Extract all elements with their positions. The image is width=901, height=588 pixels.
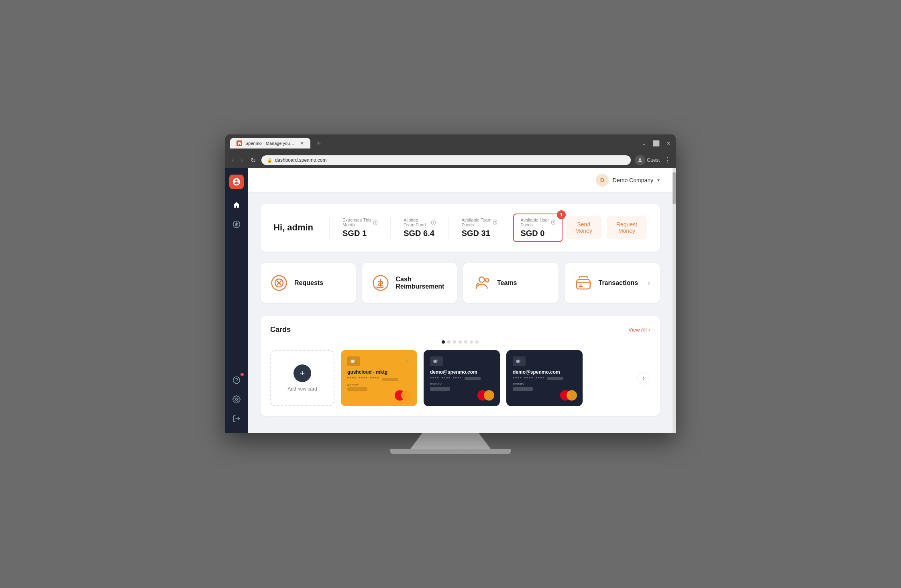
stats-bar: Hi, admin Expenses This Month ? SGD 1 Al… [261,204,660,252]
tile-cash-reimbursement-label: Cash Reimbursement [396,276,448,290]
request-money-button[interactable]: Request Money [607,216,647,239]
app-wrapper: D Demo Company ▾ Hi, admin Expenses This… [225,168,676,433]
mastercard-logo-orange [395,390,412,401]
card-number-stars-dark-1: **** **** **** [430,376,462,381]
card-demo-2[interactable]: demo@spenmo.com **** **** **** EXPIRY [506,350,583,406]
tile-requests[interactable]: Requests [261,263,356,303]
cards-header: Cards View All › [270,326,650,334]
carousel-dot-2[interactable] [447,340,450,344]
spenmo-logo[interactable] [229,175,244,189]
new-tab-button[interactable]: + [314,138,324,149]
expenses-value: SGD 1 [342,229,377,238]
tab-title: Spenmo - Manage your compan... [245,141,295,146]
minimize-button[interactable]: ⌄ [642,140,646,146]
tile-cash-reimbursement[interactable]: Cash Reimbursement [362,263,457,303]
allotted-info-icon[interactable]: ? [431,220,435,225]
restore-button[interactable]: ⬜ [653,140,660,146]
card-number-stars-dark-2: **** **** **** [513,376,545,381]
scrollbar-thumb[interactable] [673,172,676,204]
card-last-digits-dark-1 [465,377,481,380]
add-card-button[interactable]: + Add new card [270,350,334,406]
back-button[interactable]: ‹ [230,155,235,165]
available-user-info-icon[interactable]: ? [551,220,555,225]
available-user-value: SGD 0 [520,229,555,238]
add-circle-icon: + [294,364,311,382]
sidebar-bottom [228,372,245,427]
view-all-button[interactable]: View All › [628,327,650,333]
browser-chrome: Spenmo - Manage your compan... ✕ + ⌄ ⬜ ✕… [225,134,676,168]
top-header: D Demo Company ▾ [248,168,673,193]
notification-badge: 1 [557,210,566,219]
reload-button[interactable]: ↻ [249,155,257,166]
tile-teams-label: Teams [497,279,517,287]
tab-close-button[interactable]: ✕ [300,140,304,146]
expenses-label: Expenses This Month ? [342,218,377,227]
available-team-info-icon[interactable]: ? [493,220,497,225]
cards-section: Cards View All › [261,316,660,416]
add-card-label: Add new card [287,386,317,392]
carousel-dot-1[interactable] [442,340,445,344]
card-lock-icon: 🔒 [404,356,411,363]
cash-reimbursement-icon [372,274,389,292]
spenmo-card-logo-dark-2 [513,356,526,366]
monitor-base [390,449,511,454]
card-last-digits [382,378,398,381]
company-avatar: D [596,174,609,187]
carousel-dot-6[interactable] [470,340,473,344]
card-name-orange: gushcloud - mktg [347,369,411,375]
teams-icon [473,274,491,292]
browser-menu-button[interactable]: ⋮ [664,156,671,165]
carousel-next-button[interactable]: › [637,372,650,385]
expenses-info-icon[interactable]: ? [373,220,377,225]
company-selector[interactable]: D Demo Company ▾ [596,174,660,187]
svg-point-6 [278,281,281,284]
close-button[interactable]: ✕ [666,140,671,146]
profile-avatar [635,155,645,165]
monitor-screen: Spenmo - Manage your compan... ✕ + ⌄ ⬜ ✕… [225,134,676,433]
sidebar-item-logout[interactable] [228,411,245,427]
tile-transactions[interactable]: Transactions › [565,263,660,303]
browser-navbar: ‹ › ↻ 🔒 dashboard.spenmo.com Guest ⋮ [225,153,676,168]
address-bar[interactable]: 🔒 dashboard.spenmo.com [261,155,631,165]
profile-button[interactable]: Guest [635,155,660,165]
carousel-dot-4[interactable] [459,340,462,344]
carousel-dot-3[interactable] [453,340,456,344]
allotted-label: Allotted Team Fund ? [404,218,435,227]
card-expiry-label-dark-1: EXPIRY [430,383,493,386]
sidebar-item-help[interactable] [228,372,245,388]
card-name-dark-2: demo@spenmo.com [513,369,576,375]
card-expiry-label-dark-2: EXPIRY [513,383,576,386]
sidebar-item-dollar[interactable] [228,216,245,232]
tile-teams[interactable]: Teams [463,263,559,303]
transactions-icon [575,274,592,292]
sidebar-item-home[interactable] [228,197,245,213]
sidebar-item-settings[interactable] [228,391,245,407]
card-gushcloud[interactable]: 🔒 gushcloud - mktg **** **** **** EXPIRY [341,350,417,406]
carousel-dot-7[interactable] [475,340,479,344]
available-user-stat: 1 Available User Funds ? SGD 0 [513,214,562,242]
view-all-arrow-icon: › [648,327,650,333]
mastercard-logo-dark-1 [477,390,494,401]
browser-tab[interactable]: Spenmo - Manage your compan... ✕ [230,138,310,149]
card-number-stars: **** **** **** [347,376,379,381]
quick-tiles: Requests Cash Reimbursement [261,263,660,303]
cards-grid: + Add new card [270,350,650,406]
tile-arrow-icon: › [648,279,650,287]
main-content: D Demo Company ▾ Hi, admin Expenses This… [248,168,673,433]
card-demo-1[interactable]: demo@spenmo.com **** **** **** EXPIRY [424,350,500,406]
forward-button[interactable]: › [239,155,245,165]
tab-favicon [236,140,242,146]
tile-requests-label: Requests [294,279,323,287]
profile-name: Guest [647,157,660,163]
scrollbar[interactable] [673,168,676,433]
svg-rect-10 [577,279,590,289]
carousel-dot-5[interactable] [464,340,467,344]
lock-icon: 🔒 [267,158,273,163]
available-user-label: Available User Funds ? [520,218,555,227]
available-team-value: SGD 31 [462,229,497,238]
help-badge [241,373,244,376]
available-team-stat: Available Team Funds ? SGD 31 [448,218,510,238]
spenmo-card-logo-orange [347,356,360,366]
tile-transactions-label: Transactions [599,279,638,287]
send-money-button[interactable]: Send Money [566,216,602,239]
